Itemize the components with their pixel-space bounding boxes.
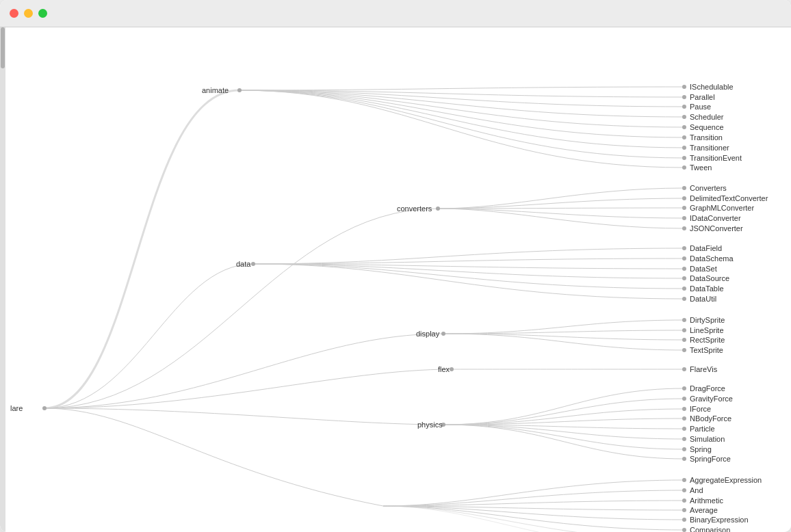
maximize-button[interactable] [38,9,47,18]
JSONConverter-label: JSONConverter [690,224,743,232]
leaf-dot [682,328,686,332]
TransitionEvent-label: TransitionEvent [690,154,742,162]
leaf-dot [682,226,686,230]
title-bar [0,0,791,27]
leaf-dot [682,287,686,291]
leaf-dot [682,427,686,431]
leaf-dot [682,478,686,482]
leaf-dot [682,276,686,280]
DelimitedTextConverter-label: DelimitedTextConverter [690,194,768,202]
leaf-dot [682,115,686,119]
display-dot [441,332,445,336]
leaf-dot [682,256,686,261]
Sequence-label: Sequence [690,123,724,131]
Converters-label: Converters [690,184,727,192]
leaf-dot [682,146,686,150]
leaf-dot [682,508,686,512]
Tween-label: Tween [690,163,712,172]
FlareVis-label: FlareVis [690,365,718,373]
leaf-dot [682,246,686,250]
leaf-dot [682,367,686,371]
leaf-dot [682,297,686,301]
leaf-dot [682,498,686,503]
leaf-dot [682,95,686,99]
leaf-dot [682,437,686,441]
leaf-dot [682,135,686,139]
main-window: lare animate converters data display fle… [0,0,791,532]
DirtySprite-label: DirtySprite [690,316,725,324]
leaf-dot [682,196,686,200]
flex-dot [450,367,454,371]
leaf-dot [682,186,686,190]
IDataConverter-label: IDataConverter [690,214,741,222]
leaf-dot [682,518,686,522]
AggregateExpression-label: AggregateExpression [690,476,762,484]
display-label: display [416,330,440,338]
DataSet-label: DataSet [690,265,717,273]
root-label: lare [10,404,23,412]
minimize-button[interactable] [24,9,33,18]
DragForce-label: DragForce [690,384,725,393]
Parallel-label: Parallel [690,93,715,101]
leaf-dot [682,488,686,492]
leaf-dot [682,447,686,451]
leaf-dot [682,267,686,271]
converters-dot [436,207,440,211]
leaf-dot [682,206,686,210]
Simulation-label: Simulation [690,435,725,443]
Transitioner-label: Transitioner [690,144,729,152]
Scheduler-label: Scheduler [690,113,724,121]
IForce-label: IForce [690,405,711,413]
Average-label: Average [690,506,718,514]
LineSprite-label: LineSprite [690,326,724,334]
content-area: lare animate converters data display fle… [0,27,791,532]
leaf-dot [682,386,686,390]
NBodyForce-label: NBodyForce [690,414,731,423]
Transition-label: Transition [690,133,723,142]
And-label: And [690,486,703,494]
GraphMLConverter-label: GraphMLConverter [690,204,754,212]
ISchedulable-label: ISchedulable [690,83,734,91]
leaf-dot [682,216,686,220]
leaf-dot [682,348,686,352]
flex-label: flex [438,365,450,373]
leaf-dot [682,407,686,411]
DataTable-label: DataTable [690,284,724,293]
leaf-dot [682,397,686,401]
GravityForce-label: GravityForce [690,395,733,403]
DataUtil-label: DataUtil [690,295,716,303]
Spring-label: Spring [690,445,712,453]
DataSchema-label: DataSchema [690,254,734,263]
DataSource-label: DataSource [690,274,729,282]
leaf-dot [682,125,686,129]
leaf-dot [682,528,686,532]
traffic-lights [10,9,47,18]
Arithmetic-label: Arithmetic [690,496,723,505]
leaf-dot [682,318,686,322]
physics-label: physics [417,421,443,429]
animate-dot [237,88,242,92]
leaf-dot [682,105,686,109]
RectSprite-label: RectSprite [690,336,725,344]
TextSprite-label: TextSprite [690,346,723,354]
data-label: data [236,260,251,268]
SpringForce-label: SpringForce [690,455,731,463]
leaf-dot [682,165,686,170]
dependency-graph: lare animate converters data display fle… [0,27,791,532]
Comparison-label: Comparison [690,526,730,532]
converters-label: converters [397,204,432,213]
DataField-label: DataField [690,244,722,252]
leaf-dot [682,85,686,89]
root-dot [42,406,47,410]
close-button[interactable] [10,9,18,18]
leaf-dot [682,457,686,461]
leaf-dot [682,156,686,160]
animate-label: animate [202,86,229,94]
data-dot [251,262,255,266]
Particle-label: Particle [690,425,715,433]
BinaryExpression-label: BinaryExpression [690,516,749,524]
leaf-dot [682,416,686,421]
leaf-dot [682,338,686,342]
Pause-label: Pause [690,103,711,111]
